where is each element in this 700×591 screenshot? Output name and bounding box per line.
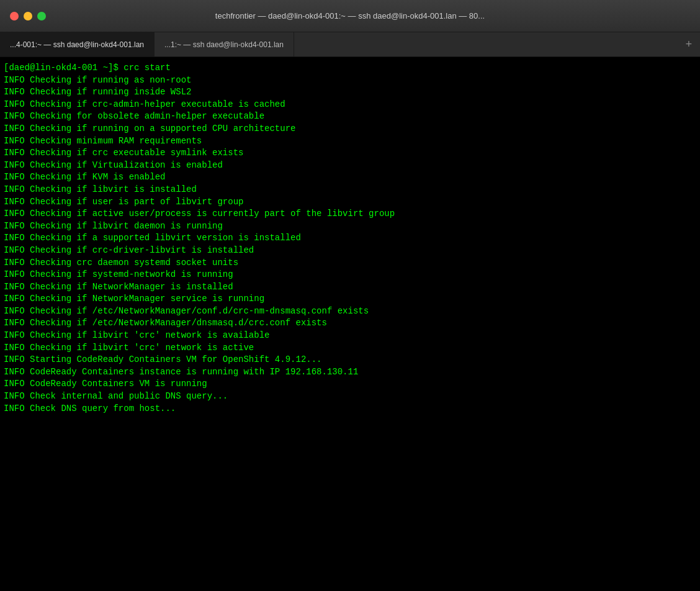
terminal-line: INFO Checking if a supported libvirt ver… xyxy=(4,232,696,245)
terminal-line: INFO Checking if running inside WSL2 xyxy=(4,86,696,99)
tab-2[interactable]: ...1:~ — ssh daed@lin-okd4-001.lan xyxy=(155,32,294,56)
terminal-line: INFO Checking if active user/process is … xyxy=(4,208,696,220)
close-button[interactable] xyxy=(10,12,19,20)
terminal-line: INFO Checking for obsolete admin-helper … xyxy=(4,111,696,123)
terminal-line: INFO Checking if running as non-root xyxy=(4,74,696,87)
terminal-line: INFO Checking if crc-admin-helper execut… xyxy=(4,99,696,111)
terminal-line: INFO Checking if Virtualization is enabl… xyxy=(4,160,696,172)
minimize-button[interactable] xyxy=(24,12,32,20)
terminal-line: INFO Checking if libvirt 'crc' network i… xyxy=(4,330,696,342)
terminal-line: INFO Checking if KVM is enabled xyxy=(4,171,696,184)
window-controls xyxy=(0,12,46,20)
tab-1-label: ...4-001:~ — ssh daed@lin-okd4-001.lan xyxy=(10,40,144,49)
maximize-button[interactable] xyxy=(37,12,46,20)
terminal-line: INFO Checking if crc executable symlink … xyxy=(4,147,696,160)
tab-2-label: ...1:~ — ssh daed@lin-okd4-001.lan xyxy=(164,40,284,49)
terminal-line: INFO Checking if crc-driver-libvirt is i… xyxy=(4,245,696,257)
terminal-line: INFO Check internal and public DNS query… xyxy=(4,390,696,403)
terminal-line: INFO Starting CodeReady Containers VM fo… xyxy=(4,354,696,366)
tab-1[interactable]: ...4-001:~ — ssh daed@lin-okd4-001.lan xyxy=(0,32,155,56)
terminal-line: [daed@lin-okd4-001 ~]$ crc start xyxy=(4,62,696,74)
tab-bar: ...4-001:~ — ssh daed@lin-okd4-001.lan .… xyxy=(0,32,700,57)
terminal-line: INFO Checking crc daemon systemd socket … xyxy=(4,257,696,269)
terminal-line: INFO Checking if NetworkManager service … xyxy=(4,293,696,305)
terminal-line: INFO Checking if /etc/NetworkManager/con… xyxy=(4,305,696,318)
terminal-line: INFO Check DNS query from host... xyxy=(4,403,696,415)
terminal-line: INFO Checking if systemd-networkd is run… xyxy=(4,269,696,281)
terminal-line: INFO Checking if libvirt daemon is runni… xyxy=(4,220,696,233)
new-tab-button[interactable]: + xyxy=(678,32,700,56)
terminal-line: INFO Checking if libvirt is installed xyxy=(4,184,696,196)
terminal-line: INFO Checking if /etc/NetworkManager/dns… xyxy=(4,317,696,330)
terminal-line: INFO Checking if user is part of libvirt… xyxy=(4,196,696,209)
terminal-line: INFO Checking if libvirt 'crc' network i… xyxy=(4,342,696,354)
title-bar: techfrontier — daed@lin-okd4-001:~ — ssh… xyxy=(0,0,700,32)
terminal-line: INFO Checking minimum RAM requirements xyxy=(4,135,696,148)
terminal-line: INFO Checking if NetworkManager is insta… xyxy=(4,281,696,294)
terminal-output[interactable]: [daed@lin-okd4-001 ~]$ crc startINFO Che… xyxy=(0,57,700,591)
terminal-line: INFO CodeReady Containers VM is running xyxy=(4,378,696,390)
terminal-line: INFO CodeReady Containers instance is ru… xyxy=(4,366,696,379)
terminal-line: INFO Checking if running on a supported … xyxy=(4,123,696,135)
window-title: techfrontier — daed@lin-okd4-001:~ — ssh… xyxy=(215,11,485,20)
